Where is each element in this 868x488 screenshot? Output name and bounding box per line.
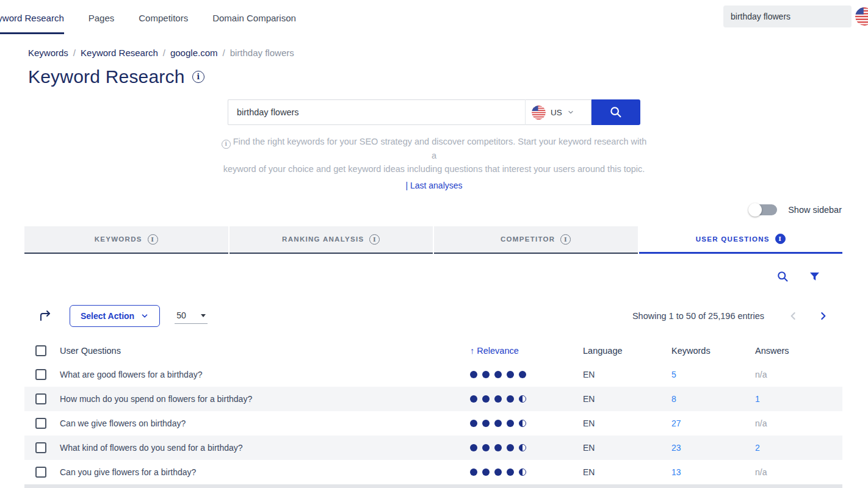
search-button[interactable] bbox=[591, 99, 640, 125]
topnav-search-input[interactable] bbox=[731, 12, 844, 21]
search-icon[interactable] bbox=[776, 270, 789, 283]
keywords-link[interactable]: 8 bbox=[671, 394, 755, 404]
tab-ranking-analysis[interactable]: RANKING ANALYSIS i bbox=[230, 226, 433, 254]
row-checkbox[interactable] bbox=[35, 393, 46, 404]
info-icon[interactable]: i bbox=[775, 234, 786, 244]
keywords-link[interactable]: 27 bbox=[671, 418, 755, 428]
header-relevance-label: Relevance bbox=[477, 346, 519, 356]
nav-item-pages[interactable]: Pages bbox=[89, 13, 115, 23]
relevance-dot bbox=[482, 468, 490, 476]
row-checkbox[interactable] bbox=[35, 369, 46, 380]
header-language[interactable]: Language bbox=[583, 346, 671, 356]
us-flag-icon[interactable] bbox=[855, 7, 868, 26]
relevance-dot bbox=[507, 371, 514, 378]
question-text[interactable]: How much do you spend on flowers for a b… bbox=[60, 394, 470, 404]
keywords-link[interactable]: 23 bbox=[671, 443, 755, 453]
info-icon[interactable]: i bbox=[369, 234, 380, 245]
select-all-checkbox[interactable] bbox=[35, 345, 46, 356]
relevance-dot bbox=[519, 395, 526, 403]
search-icon bbox=[609, 106, 623, 119]
chevron-left-icon[interactable] bbox=[787, 310, 800, 322]
search-description: iFind the right keywords for your SEO st… bbox=[219, 135, 649, 176]
breadcrumb-keyword-research[interactable]: Keyword Research bbox=[81, 48, 158, 58]
nav-item-domain-comparison[interactable]: Domain Comparison bbox=[212, 13, 296, 23]
us-flag-icon bbox=[855, 7, 868, 26]
filter-icon[interactable] bbox=[809, 271, 820, 282]
select-action-button[interactable]: Select Action bbox=[70, 305, 160, 327]
relevance-dot bbox=[519, 468, 526, 476]
row-checkbox[interactable] bbox=[35, 442, 46, 453]
answers-link[interactable]: 1 bbox=[755, 394, 842, 404]
header-relevance[interactable]: ↑ Relevance bbox=[470, 346, 583, 356]
country-selector[interactable]: US bbox=[526, 99, 591, 125]
topnav-search-box[interactable] bbox=[723, 5, 852, 27]
chevron-right-icon[interactable] bbox=[817, 310, 829, 322]
info-icon[interactable]: i bbox=[560, 234, 571, 245]
relevance-dot bbox=[482, 444, 490, 451]
relevance-dot bbox=[494, 395, 502, 403]
country-code-label: US bbox=[551, 108, 562, 117]
question-text[interactable]: Can we give flowers on birthday? bbox=[60, 418, 470, 428]
question-text[interactable]: What kind of flowers do you send for a b… bbox=[60, 443, 470, 453]
tab-keywords[interactable]: KEYWORDS i bbox=[24, 226, 228, 254]
relevance-dot bbox=[482, 371, 490, 378]
row-checkbox[interactable] bbox=[35, 467, 46, 478]
nav-item-keyword-research[interactable]: Keyword Research bbox=[0, 13, 64, 23]
pagination: Showing 1 to 50 of 25,196 entries bbox=[632, 310, 829, 322]
showing-entries-text: Showing 1 to 50 of 25,196 entries bbox=[632, 311, 764, 321]
relevance-dot bbox=[519, 420, 526, 427]
relevance-dot bbox=[507, 395, 514, 403]
header-answers[interactable]: Answers bbox=[755, 346, 842, 356]
tab-user-questions[interactable]: USER QUESTIONS i bbox=[639, 226, 843, 254]
tab-user-questions-label: USER QUESTIONS bbox=[696, 235, 770, 243]
keyword-search-bar: US bbox=[228, 99, 640, 125]
us-flag-icon bbox=[532, 106, 546, 120]
relevance-dots bbox=[470, 468, 583, 476]
title-row: Keyword Research i bbox=[28, 66, 868, 87]
action-row: Select Action 50 Showing 1 to 50 of 25,1… bbox=[24, 305, 842, 327]
tab-competitor[interactable]: COMPETITOR i bbox=[434, 226, 638, 254]
relevance-dot bbox=[507, 420, 514, 427]
language-cell: EN bbox=[583, 370, 671, 379]
relevance-dot bbox=[470, 444, 477, 451]
page-size-value: 50 bbox=[176, 310, 186, 320]
breadcrumb-separator: / bbox=[223, 48, 225, 58]
table-body: What are good flowers for a birthday? EN… bbox=[24, 362, 842, 484]
last-analyses: | Last analyses bbox=[0, 180, 868, 191]
keywords-link[interactable]: 5 bbox=[671, 370, 755, 379]
sort-ascending-icon: ↑ bbox=[470, 346, 474, 356]
show-sidebar-toggle[interactable] bbox=[749, 204, 777, 215]
nav-item-competitors[interactable]: Competitors bbox=[139, 13, 188, 23]
breadcrumb-keywords[interactable]: Keywords bbox=[28, 48, 68, 58]
answers-link[interactable]: 2 bbox=[755, 443, 842, 453]
page-size-select[interactable]: 50 bbox=[175, 307, 208, 324]
top-navigation: Keyword Research Pages Competitors Domai… bbox=[0, 0, 868, 35]
export-icon[interactable] bbox=[38, 309, 52, 323]
relevance-dot bbox=[519, 444, 526, 451]
question-text[interactable]: Can you give flowers for a birthday? bbox=[60, 467, 470, 477]
breadcrumb-separator: / bbox=[163, 48, 165, 58]
last-analyses-link[interactable]: | Last analyses bbox=[405, 181, 462, 190]
info-icon[interactable]: i bbox=[192, 71, 204, 83]
keyword-search-input[interactable] bbox=[228, 99, 526, 125]
sidebar-toggle-row: Show sidebar bbox=[0, 204, 842, 215]
row-checkbox[interactable] bbox=[35, 418, 46, 429]
relevance-dot bbox=[470, 371, 477, 378]
relevance-dot bbox=[507, 468, 514, 476]
caret-down-icon bbox=[201, 314, 206, 317]
question-text[interactable]: What are good flowers for a birthday? bbox=[60, 370, 470, 379]
keywords-link[interactable]: 13 bbox=[671, 467, 755, 477]
breadcrumb-google-com[interactable]: google.com bbox=[170, 48, 218, 58]
relevance-dot bbox=[494, 468, 502, 476]
relevance-dots bbox=[470, 371, 583, 378]
table-row: What kind of flowers do you send for a b… bbox=[24, 436, 842, 460]
header-keywords[interactable]: Keywords bbox=[671, 346, 755, 356]
language-cell: EN bbox=[583, 394, 671, 404]
toggle-knob bbox=[748, 203, 762, 217]
breadcrumb: Keywords / Keyword Research / google.com… bbox=[28, 48, 868, 58]
answers-cell: n/a bbox=[755, 370, 842, 379]
info-icon[interactable]: i bbox=[148, 234, 158, 245]
header-user-questions[interactable]: User Questions bbox=[60, 346, 470, 356]
relevance-dots bbox=[470, 444, 583, 451]
relevance-dot bbox=[470, 395, 477, 403]
